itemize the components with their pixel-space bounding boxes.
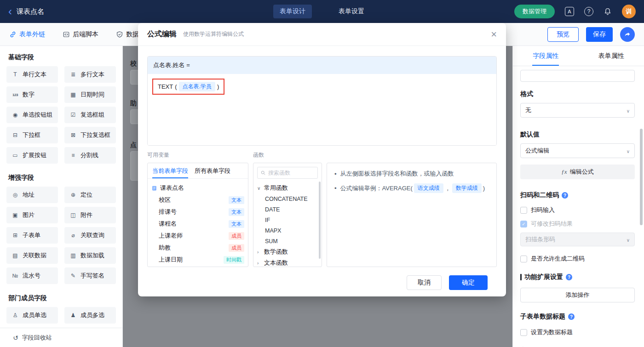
share-button[interactable] <box>620 27 635 42</box>
field-radio-group[interactable]: ◉单选按钮组 <box>6 107 58 123</box>
modal-header: 公式编辑 使用数学运算符编辑公式 × <box>138 23 506 46</box>
confirm-button[interactable]: 确定 <box>449 275 488 290</box>
function-search-input[interactable] <box>268 170 315 176</box>
section-member-fields: 部门成员字段 <box>8 294 116 302</box>
chevron-right-icon: › <box>257 261 262 266</box>
field-chip[interactable]: 点名表.学员 <box>179 82 215 91</box>
cancel-button[interactable]: 取消 <box>407 275 442 290</box>
save-button[interactable]: 保存 <box>586 27 613 42</box>
tab-form-properties[interactable]: 表单属性 <box>579 46 644 66</box>
form-external-link-item[interactable]: 表单外链 <box>9 30 45 39</box>
calendar-icon: ▦ <box>69 91 77 98</box>
help-icon[interactable]: ? <box>584 7 593 16</box>
variable-row[interactable]: 课程名文本 <box>151 218 244 230</box>
close-icon[interactable]: × <box>491 29 497 40</box>
field-linked-data[interactable]: ▤关联数据 <box>6 247 58 264</box>
function-item[interactable]: SUM <box>257 236 318 246</box>
field-address[interactable]: ◎地址 <box>6 187 58 203</box>
avatar[interactable]: 训 <box>622 5 636 18</box>
field-multi-line-text[interactable]: ≣多行文本 <box>64 66 116 83</box>
field-number[interactable]: 123数字 <box>6 86 58 103</box>
function-item[interactable]: MAPX <box>257 225 318 236</box>
function-item[interactable]: IF <box>257 215 318 225</box>
tab-form-settings[interactable]: 表单设置 <box>332 5 371 18</box>
back-icon[interactable]: ‹ <box>8 6 12 17</box>
help-badge-icon[interactable]: ? <box>568 313 575 320</box>
data-manage-button[interactable]: 数据管理 <box>514 5 555 18</box>
checkbox-checked-disabled <box>520 221 527 228</box>
tab-form-design[interactable]: 表单设计 <box>273 5 312 18</box>
allow-qr-checkbox-row[interactable]: 是否允许生成二维码 <box>520 255 635 263</box>
header-actions: 数据管理 A ? 训 <box>514 5 636 18</box>
field-checkbox-group[interactable]: ☑复选框组 <box>64 107 116 123</box>
function-group-common[interactable]: ∨ 常用函数 <box>257 182 318 193</box>
function-group-math[interactable]: › 数学函数 <box>257 246 318 257</box>
variable-row[interactable]: 上课日期时间戳 <box>151 254 244 266</box>
set-data-title-checkbox-row[interactable]: 设置为数据标题 <box>520 328 635 336</box>
formula-edit-modal: 公式编辑 使用数学运算符编辑公式 × 点名表.姓名 = TEXT ( 点名表.学… <box>138 23 506 296</box>
formula-expression-highlight[interactable]: TEXT ( 点名表.学员 ) <box>152 79 224 95</box>
variable-row[interactable]: 排课号文本 <box>151 206 244 218</box>
scrollbar[interactable] <box>319 182 321 259</box>
checkbox[interactable] <box>520 329 527 336</box>
recycle-icon: ↺ <box>13 334 18 341</box>
field-select[interactable]: ⊟下拉框 <box>6 127 58 143</box>
function-item[interactable]: DATE <box>257 204 318 215</box>
modal-title: 公式编辑 <box>147 29 177 39</box>
add-action-button[interactable]: 添加操作 <box>520 288 635 302</box>
formula-input-area[interactable]: TEXT ( 点名表.学员 ) <box>148 74 496 145</box>
button-icon: ▭ <box>11 152 19 159</box>
member-fields-grid: ♙成员单选 ♟成员多选 <box>6 307 116 324</box>
format-label: 格式 <box>520 90 635 98</box>
paren-open: ( <box>175 83 177 90</box>
variables-tree-root[interactable]: 课表点名 <box>151 182 244 194</box>
chevron-down-icon: ∨ <box>257 186 262 191</box>
checkbox[interactable] <box>520 207 527 214</box>
help-badge-icon[interactable]: ? <box>566 274 572 280</box>
tab-current-form-fields[interactable]: 当前表单字段 <box>152 163 188 178</box>
function-search[interactable] <box>257 167 318 179</box>
tab-field-properties[interactable]: 字段属性 <box>513 46 579 66</box>
field-attachment[interactable]: ◫附件 <box>64 207 116 223</box>
field-datetime[interactable]: ▦日期时间 <box>64 86 116 103</box>
backend-script-item[interactable]: 后端脚本 <box>63 30 98 39</box>
field-signature[interactable]: ✎手写签名 <box>64 267 116 284</box>
field-recycle-bin[interactable]: ↺ 字段回收站 <box>0 328 123 347</box>
variable-row[interactable]: 上课老师成员 <box>151 230 244 242</box>
edit-formula-button[interactable]: ƒx 编辑公式 <box>520 165 635 179</box>
checkbox-icon: ☑ <box>69 112 77 118</box>
field-data-load[interactable]: ▥数据加载 <box>64 247 116 264</box>
select-icon: ⊟ <box>11 132 19 138</box>
scrollbar[interactable] <box>640 129 643 225</box>
field-image[interactable]: ▣图片 <box>6 207 58 223</box>
formula-editor: 点名表.姓名 = TEXT ( 点名表.学员 ) <box>147 56 497 146</box>
field-type-badge: 时间戳 <box>224 256 244 264</box>
field-title-input[interactable] <box>520 70 635 82</box>
field-divider[interactable]: ≡分割线 <box>64 147 116 164</box>
properties-panel: 字段属性 表单属性 格式 无 默认值 公式编辑 ƒx 编辑公式 扫码和二维码 ?… <box>512 46 644 347</box>
field-type-badge: 文本 <box>229 220 244 228</box>
field-subform[interactable]: ⊞子表单 <box>6 227 58 244</box>
function-group-text[interactable]: › 文本函数 <box>257 257 318 267</box>
field-multi-select[interactable]: ⊠下拉复选框 <box>64 127 116 143</box>
default-value-select[interactable]: 公式编辑 <box>520 143 635 158</box>
help-badge-icon[interactable]: ? <box>562 192 568 199</box>
field-extend-button[interactable]: ▭扩展按钮 <box>6 147 58 164</box>
canvas-field-label: 校 <box>130 60 137 68</box>
checkbox[interactable] <box>520 256 527 262</box>
field-linked-query[interactable]: ⌀关联查询 <box>64 227 116 244</box>
variable-row[interactable]: 校区文本 <box>151 194 244 206</box>
field-location[interactable]: ⊕定位 <box>64 187 116 203</box>
field-member-single[interactable]: ♙成员单选 <box>6 307 58 324</box>
field-member-multi[interactable]: ♟成员多选 <box>64 307 116 324</box>
field-single-line-text[interactable]: T单行文本 <box>6 66 58 83</box>
tab-all-form-fields[interactable]: 所有表单字段 <box>195 163 230 178</box>
docs-icon[interactable]: A <box>565 7 574 16</box>
scan-input-checkbox-row[interactable]: 扫码输入 <box>520 206 635 214</box>
bell-icon[interactable] <box>604 7 612 16</box>
function-item[interactable]: CONCATENATE <box>257 193 318 204</box>
format-select[interactable]: 无 <box>520 103 635 118</box>
preview-button[interactable]: 预览 <box>547 27 579 42</box>
field-serial-number[interactable]: №流水号 <box>6 267 58 284</box>
variable-row[interactable]: 助教成员 <box>151 242 244 254</box>
